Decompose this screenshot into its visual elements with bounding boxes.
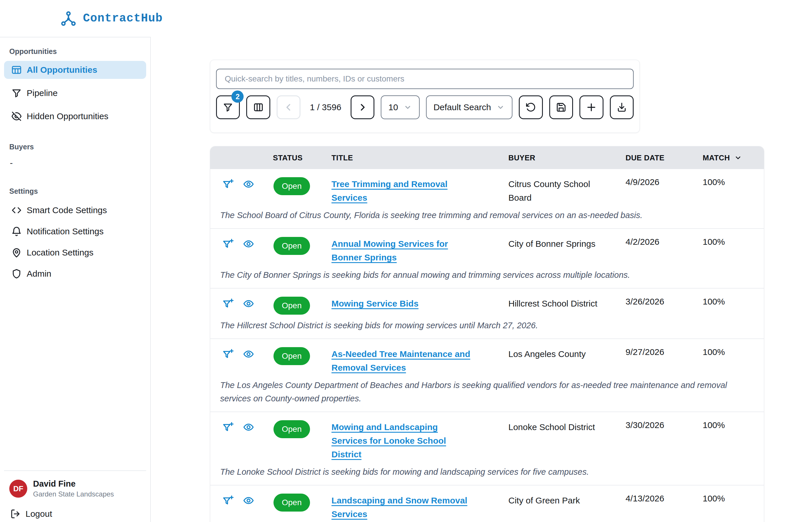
columns-button[interactable] <box>246 95 270 119</box>
toolbar-controls: 2 1 / 3596 10 Default Search <box>216 95 634 119</box>
opportunity-title-link[interactable]: Tree Trimming and Removal Services <box>331 179 447 202</box>
buyer-cell: Los Angeles County <box>507 347 624 375</box>
plus-icon <box>586 102 597 113</box>
next-page-button[interactable] <box>351 95 374 119</box>
funnel-icon <box>11 87 22 99</box>
columns-icon <box>253 102 264 113</box>
sidebar-item-all-opportunities[interactable]: All Opportunities <box>4 61 146 79</box>
search-input[interactable] <box>216 69 634 89</box>
add-filter-icon[interactable] <box>222 178 234 190</box>
column-header-title: TITLE <box>331 154 507 162</box>
opportunity-description: The City of Bonner Springs is seeking bi… <box>220 268 742 282</box>
status-badge: Open <box>273 297 310 315</box>
sidebar-item-smart-code-settings[interactable]: Smart Code Settings <box>4 201 146 219</box>
match-cell: 100% <box>702 420 765 461</box>
column-header-match-label: MATCH <box>703 154 730 162</box>
due-date-cell: 4/9/2026 <box>624 177 702 204</box>
logout-button[interactable]: Logout <box>9 506 141 522</box>
opportunity-title-link[interactable]: As-Needed Tree Maintenance and Removal S… <box>331 349 470 373</box>
refresh-button[interactable] <box>519 95 543 119</box>
section-label-buyers: Buyers <box>9 143 146 151</box>
add-filter-icon[interactable] <box>222 495 234 506</box>
watch-eye-icon[interactable] <box>243 495 254 506</box>
watch-eye-icon[interactable] <box>243 178 254 190</box>
match-cell: 100% <box>702 177 765 204</box>
buyer-cell: City of Bonner Springs <box>507 237 624 264</box>
table-icon <box>11 64 22 75</box>
avatar: DF <box>9 480 27 498</box>
network-hub-icon <box>60 11 77 27</box>
opportunity-description: The Hillcrest School District is seeking… <box>220 319 742 332</box>
watch-eye-icon[interactable] <box>243 238 254 250</box>
opportunity-description: The Los Angeles County Department of Bea… <box>220 378 742 405</box>
download-icon <box>616 102 627 113</box>
table-row: Open As-Needed Tree Maintenance and Remo… <box>210 338 764 411</box>
save-button[interactable] <box>549 95 573 119</box>
table-row: Open Mowing and Landscaping Services for… <box>210 411 764 485</box>
buyers-empty-placeholder: - <box>10 158 146 168</box>
add-button[interactable] <box>580 95 603 119</box>
opportunity-title-link[interactable]: Mowing and Landscaping Services for Lono… <box>331 422 446 459</box>
watch-eye-icon[interactable] <box>243 298 254 309</box>
table-row: Open Annual Mowing Services for Bonner S… <box>210 228 764 288</box>
buyer-cell: Hillcrest School District <box>507 297 624 315</box>
match-cell: 100% <box>702 347 765 375</box>
add-filter-icon[interactable] <box>222 421 234 433</box>
due-date-cell: 4/2/2026 <box>624 237 702 264</box>
opportunities-table: STATUS TITLE BUYER DUE DATE MATCH Ope <box>210 146 764 522</box>
prev-page-button[interactable] <box>277 95 301 119</box>
sidebar-item-admin[interactable]: Admin <box>4 265 146 283</box>
sidebar-item-label: Location Settings <box>27 248 94 258</box>
watch-eye-icon[interactable] <box>243 421 254 433</box>
saved-search-value: Default Search <box>433 102 491 112</box>
sidebar-item-label: Smart Code Settings <box>27 205 107 215</box>
match-cell: 100% <box>702 494 765 521</box>
user-company: Garden State Landscapes <box>33 490 114 498</box>
page-size-select[interactable]: 10 <box>381 95 419 119</box>
sidebar-item-pipeline[interactable]: Pipeline <box>4 84 146 102</box>
opportunity-title-link[interactable]: Landscaping and Snow Removal Services <box>331 496 467 519</box>
code-icon <box>11 205 22 216</box>
sidebar-footer: DF David Fine Garden State Landscapes Lo… <box>4 470 146 522</box>
filter-button[interactable]: 2 <box>216 95 240 119</box>
opportunity-title-link[interactable]: Mowing Service Bids <box>331 299 419 308</box>
add-filter-icon[interactable] <box>222 348 234 360</box>
section-label-settings: Settings <box>9 187 146 196</box>
logo[interactable]: ContractHub <box>60 11 163 27</box>
app-title: ContractHub <box>83 12 163 25</box>
save-icon <box>556 102 567 113</box>
column-header-status: STATUS <box>273 154 331 162</box>
page-indicator: 1 / 3596 <box>310 102 341 112</box>
add-filter-icon[interactable] <box>222 298 234 309</box>
chevron-right-icon <box>357 102 368 113</box>
column-header-due-date: DUE DATE <box>624 154 702 162</box>
sidebar-item-notification-settings[interactable]: Notification Settings <box>4 222 146 240</box>
sidebar-item-hidden-opportunities[interactable]: Hidden Opportunities <box>4 107 146 125</box>
map-pin-icon <box>11 247 22 258</box>
status-badge: Open <box>273 420 310 438</box>
funnel-icon <box>222 102 234 113</box>
saved-search-select[interactable]: Default Search <box>426 95 512 119</box>
column-header-match-sort[interactable]: MATCH <box>702 154 765 162</box>
column-header-buyer: BUYER <box>507 154 624 162</box>
opportunity-title-link[interactable]: Annual Mowing Services for Bonner Spring… <box>331 239 448 262</box>
opportunity-description: The School Board of Citrus County, Flori… <box>220 208 742 222</box>
watch-eye-icon[interactable] <box>243 348 254 360</box>
filter-count-badge: 2 <box>231 91 244 103</box>
status-badge: Open <box>273 177 310 195</box>
shield-icon <box>11 268 22 279</box>
chevron-down-icon <box>496 103 505 112</box>
sidebar-item-location-settings[interactable]: Location Settings <box>4 244 146 262</box>
status-badge: Open <box>273 347 310 365</box>
page-size-value: 10 <box>388 102 398 112</box>
opportunity-description: The Lonoke School District is seeking bi… <box>220 465 742 479</box>
buyer-cell: Citrus County School Board <box>507 177 624 204</box>
table-row: Open Landscaping and Snow Removal Servic… <box>210 485 764 522</box>
export-button[interactable] <box>610 95 634 119</box>
sidebar-item-label: Notification Settings <box>27 226 103 236</box>
add-filter-icon[interactable] <box>222 238 234 250</box>
logout-icon <box>10 508 21 519</box>
due-date-cell: 3/26/2026 <box>624 297 702 315</box>
app-header: ContractHub <box>0 0 812 37</box>
eye-off-icon <box>11 111 22 122</box>
